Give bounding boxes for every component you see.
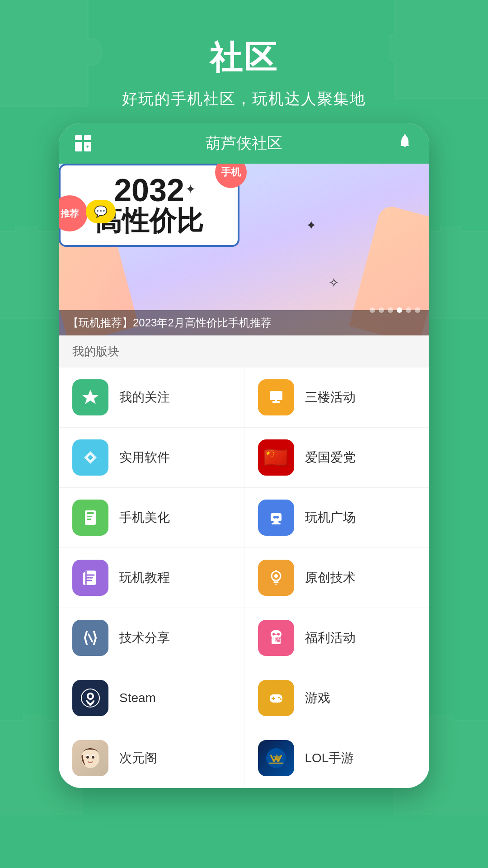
svg-rect-11 — [272, 523, 281, 524]
svg-point-13 — [276, 516, 279, 519]
menu-grid: 我的关注 三楼活动 — [59, 368, 429, 788]
svg-point-39 — [86, 756, 89, 759]
svg-point-29 — [89, 694, 92, 698]
grid-plus-icon[interactable] — [75, 135, 91, 151]
dot-5 — [406, 307, 411, 313]
dots-indicator — [370, 307, 420, 313]
guanzhu-icon — [72, 379, 108, 415]
svg-rect-10 — [273, 521, 279, 523]
banner: ✦ ✦ ✧ 💬 2032 高性价比 推荐 手机 【玩机推荐】2023年2月高性价… — [59, 164, 429, 335]
fuli-label: 福利活动 — [305, 629, 356, 646]
menu-item-fuli[interactable]: 福利 福利活动 — [244, 608, 430, 668]
wanjichang-icon — [258, 500, 294, 536]
menu-item-youxi[interactable]: 游戏 — [244, 668, 430, 728]
app-title: 葫芦侠社区 — [206, 133, 282, 154]
fuli-icon: 福利 — [258, 620, 294, 656]
svg-text:福利: 福利 — [274, 637, 286, 643]
lol-icon — [258, 740, 294, 776]
dot-3 — [388, 307, 393, 313]
ciyuan-label: 次元阁 — [119, 750, 157, 767]
menu-row-1: 我的关注 三楼活动 — [59, 368, 429, 428]
aiguo-label: 爱国爱党 — [305, 449, 356, 466]
menu-item-meihua[interactable]: 手机美化 — [59, 488, 244, 547]
page-header: 社区 好玩的手机社区，玩机达人聚集地 — [0, 0, 488, 123]
aiguo-icon: 🇨🇳 — [258, 439, 294, 476]
menu-item-ciyuan[interactable]: 次元阁 — [59, 728, 244, 788]
youxi-label: 游戏 — [305, 689, 330, 707]
jishu-label: 技术分享 — [119, 629, 170, 646]
section-label: 我的版块 — [59, 335, 429, 368]
svg-rect-7 — [87, 516, 92, 517]
lol-label: LOL手游 — [305, 750, 354, 767]
menu-item-guanzhu[interactable]: 我的关注 — [59, 368, 244, 427]
grid-cell-2 — [84, 135, 91, 140]
meihua-label: 手机美化 — [119, 509, 170, 526]
grid-cell-plus — [84, 142, 91, 152]
phone-mockup: 葫芦侠社区 ✦ ✦ ✧ 💬 2032 高性价比 推荐 手机 【玩机推荐】202 — [59, 123, 429, 788]
jiaocheng-icon — [72, 560, 108, 596]
svg-marker-1 — [82, 390, 99, 404]
menu-item-ruanjian[interactable]: 实用软件 — [59, 428, 244, 487]
svg-point-12 — [273, 516, 276, 519]
dot-1 — [370, 307, 375, 313]
steam-icon — [72, 680, 108, 716]
menu-item-jiaocheng[interactable]: 玩机教程 — [59, 548, 244, 608]
menu-row-2: 实用软件 🇨🇳 爱国爱党 — [59, 428, 429, 488]
sanlou-icon — [258, 379, 294, 415]
dot-6 — [415, 307, 420, 313]
svg-rect-18 — [85, 571, 87, 585]
svg-point-40 — [92, 756, 94, 759]
dot-4-active — [397, 307, 402, 313]
menu-row-5: 技术分享 福利 福利活动 — [59, 608, 429, 668]
youxi-icon — [258, 680, 294, 716]
svg-rect-0 — [404, 134, 406, 136]
sparkle-3: ✧ — [328, 275, 339, 290]
jishu-icon — [72, 620, 108, 656]
sparkle-2: ✦ — [306, 218, 316, 233]
menu-item-lol[interactable]: LOL手游 — [244, 728, 430, 788]
yuanchuang-label: 原创技术 — [305, 569, 356, 586]
chat-bubble: 💬 — [86, 200, 116, 223]
guanzhu-label: 我的关注 — [119, 389, 170, 406]
yuanchuang-icon — [258, 560, 294, 596]
sanlou-label: 三楼活动 — [305, 389, 356, 406]
app-header: 葫芦侠社区 — [59, 123, 429, 164]
grid-cell-1 — [75, 135, 82, 140]
svg-rect-2 — [270, 391, 282, 400]
menu-row-6: Steam 游戏 — [59, 668, 429, 728]
svg-point-35 — [280, 698, 282, 700]
svg-point-23 — [274, 574, 278, 578]
ruanjian-label: 实用软件 — [119, 449, 170, 466]
menu-item-aiguo[interactable]: 🇨🇳 爱国爱党 — [244, 428, 430, 487]
page-title: 社区 — [0, 36, 488, 80]
menu-item-steam[interactable]: Steam — [59, 668, 244, 728]
menu-item-wanjichang[interactable]: 玩机广场 — [244, 488, 430, 547]
ruanjian-icon — [72, 439, 108, 476]
dot-2 — [379, 307, 384, 313]
ciyuan-icon — [72, 740, 108, 776]
page-subtitle: 好玩的手机社区，玩机达人聚集地 — [0, 89, 488, 109]
steam-label: Steam — [119, 691, 156, 705]
svg-rect-8 — [87, 519, 91, 520]
menu-row-7: 次元阁 LOL手游 — [59, 728, 429, 788]
menu-row-3: 手机美化 玩机广场 — [59, 488, 429, 548]
svg-point-34 — [278, 697, 280, 698]
bell-icon[interactable] — [397, 133, 413, 154]
meihua-icon — [72, 500, 108, 536]
menu-item-jishu[interactable]: 技术分享 — [59, 608, 244, 668]
wanjichang-label: 玩机广场 — [305, 509, 356, 526]
svg-point-36 — [81, 748, 99, 768]
banner-phone-card: 2032 高性价比 推荐 手机 — [59, 164, 239, 247]
banner-caption: 【玩机推荐】2023年2月高性价比手机推荐 — [59, 310, 429, 335]
menu-item-sanlou[interactable]: 三楼活动 — [244, 368, 430, 427]
grid-cell-3 — [75, 142, 82, 152]
jiaocheng-label: 玩机教程 — [119, 569, 170, 586]
menu-item-yuanchuang[interactable]: 原创技术 — [244, 548, 430, 608]
menu-row-4: 玩机教程 原创技术 — [59, 548, 429, 608]
svg-rect-6 — [87, 512, 94, 514]
sparkle-1: ✦ — [185, 182, 196, 197]
